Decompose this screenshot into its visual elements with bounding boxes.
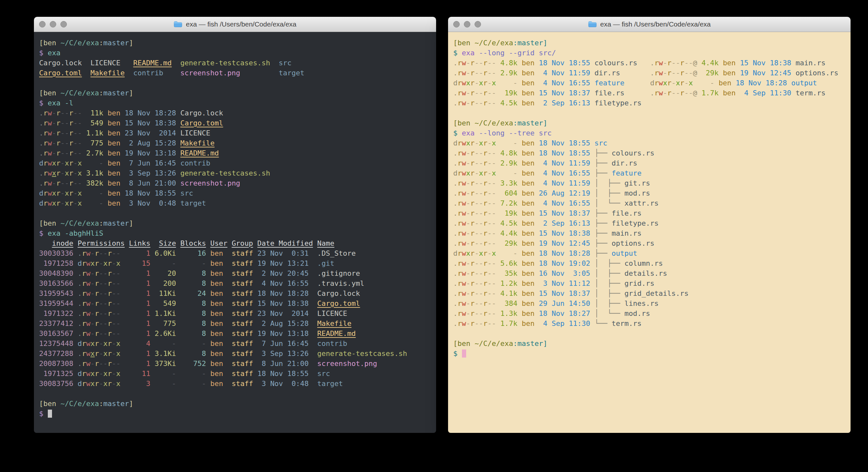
terminal-line (39, 389, 436, 399)
terminal-line: 23377412 .rw-r--r-- 1 775 8 ben staff 2 … (39, 319, 436, 328)
terminal-output-dark[interactable]: [ben ~/C/e/exa:master]$ exaCargo.lock LI… (34, 32, 436, 433)
window-controls (453, 21, 481, 28)
terminal-line: 30048390 .rw-r--r-- 1 20 8 ben staff 2 N… (39, 268, 436, 278)
terminal-line: .rw-r--r-- 35k ben 16 Nov 3:05 │ ├── det… (453, 268, 850, 278)
terminal-line: 12375448 drwxr-xr-x 4 - - ben staff 7 Ju… (39, 338, 436, 349)
terminal-line: .rw-r--r-- 4.5k ben 2 Sep 16:13 filetype… (453, 98, 850, 108)
terminal-line: 30083756 drwxr-xr-x 3 - - ben staff 3 No… (39, 379, 436, 389)
terminal-line: $ (453, 349, 850, 358)
terminal-line: 31959543 .rw-r--r-- 1 11Ki 24 ben staff … (39, 288, 436, 298)
terminal-line: .rw-r--r-- 4.8k ben 18 Nov 18:55 ├── col… (453, 148, 850, 158)
terminal-line: drwxr-xr-x - ben 18 Nov 18:55 src (453, 138, 850, 148)
terminal-output-light[interactable]: [ben ~/C/e/exa:master]$ exa --long --gri… (448, 32, 850, 433)
terminal-line: .rw-r--r-- 29k ben 19 Nov 12:45 ├── opti… (453, 238, 850, 248)
zoom-button[interactable] (60, 21, 67, 28)
terminal-window-light: exa — fish /Users/ben/Code/exa/exa [ben … (448, 17, 850, 433)
terminal-line (453, 328, 850, 338)
terminal-line: 30163566 .rw-r--r-- 1 200 8 ben staff 4 … (39, 278, 436, 288)
terminal-line: .rw-r--r-- 2.9k ben 4 Nov 11:59 ├── dir.… (453, 158, 850, 168)
terminal-line: .rw-r--r-- 3.3k ben 4 Nov 11:59 │ ├── gi… (453, 178, 850, 188)
terminal-line: .rw-r--r-- 5.6k ben 18 Nov 19:02 │ ├── c… (453, 258, 850, 268)
terminal-line: .rwxr-xr-x 3.1k ben 3 Sep 13:26 generate… (39, 168, 436, 178)
minimize-button[interactable] (464, 21, 470, 28)
terminal-line: $ exa -l (39, 98, 436, 108)
terminal-line: 30030336 .rw-r--r-- 1 6.0Ki 16 ben staff… (39, 248, 436, 258)
folder-icon (588, 21, 597, 28)
terminal-line: .rw-r--r-- 382k ben 8 Jun 21:00 screensh… (39, 178, 436, 188)
window-controls (39, 21, 67, 28)
terminal-line: drwxr-xr-x - ben 18 Nov 18:55 src (39, 188, 436, 198)
terminal-line: .rw-r--r-- 11k ben 18 Nov 18:28 Cargo.lo… (39, 108, 436, 118)
terminal-line: [ben ~/C/e/exa:master] (39, 38, 436, 48)
terminal-line: .rw-r--r-- 775 ben 2 Aug 15:28 Makefile (39, 138, 436, 148)
terminal-line: drwxr-xr-x - ben 7 Jun 16:45 contrib (39, 158, 436, 168)
terminal-line (453, 108, 850, 118)
terminal-line: [ben ~/C/e/exa:master] (39, 218, 436, 228)
terminal-line: .rw-r--r-- 2.7k ben 19 Nov 13:18 README.… (39, 148, 436, 158)
terminal-line (39, 78, 436, 88)
terminal-line: .rw-r--r-- 604 ben 26 Aug 12:19 │ ├── mo… (453, 188, 850, 198)
terminal-line: .rw-r--r-- 384 ben 29 Jun 14:50 │ ├── li… (453, 298, 850, 308)
terminal-line: 1971258 drwxr-xr-x 15 - - ben staff 19 N… (39, 258, 436, 268)
close-button[interactable] (39, 21, 45, 28)
terminal-line: 24377288 .rwxr-xr-x 1 3.1Ki 8 ben staff … (39, 349, 436, 358)
terminal-line: .rw-r--r-- 1.3k ben 18 Nov 18:27 │ └── m… (453, 308, 850, 319)
terminal-line: 1971325 drwxr-xr-x 11 - - ben staff 18 N… (39, 368, 436, 379)
terminal-line: [ben ~/C/e/exa:master] (39, 88, 436, 98)
terminal-line: $ exa --long --grid src/ (453, 48, 850, 58)
zoom-button[interactable] (474, 21, 481, 28)
terminal-line: $ exa --long --tree src (453, 128, 850, 138)
window-title: exa — fish /Users/ben/Code/exa/exa (186, 20, 296, 28)
terminal-line: 31959544 .rw-r--r-- 1 549 8 ben staff 15… (39, 298, 436, 308)
terminal-line (39, 208, 436, 218)
terminal-line: .rw-r--r-- 1.2k ben 3 Nov 11:12 │ ├── gr… (453, 278, 850, 288)
terminal-line: Cargo.toml Makefile contrib screenshot.p… (39, 68, 436, 78)
terminal-line: .rw-r--r-- 4.1k ben 15 Nov 18:37 │ ├── g… (453, 288, 850, 298)
terminal-line: drwxr-xr-x - ben 4 Nov 16:55 feature drw… (453, 78, 850, 88)
terminal-line: drwxr-xr-x - ben 3 Nov 0:48 target (39, 198, 436, 208)
terminal-line: drwxr-xr-x - ben 4 Nov 16:55 ├── feature (453, 168, 850, 178)
titlebar-right[interactable]: exa — fish /Users/ben/Code/exa/exa (448, 17, 850, 32)
terminal-line: $ exa (39, 48, 436, 58)
terminal-line: [ben ~/C/e/exa:master] (453, 338, 850, 349)
terminal-line: 30163567 .rw-r--r-- 1 2.6Ki 8 ben staff … (39, 328, 436, 338)
terminal-line: $ (39, 409, 436, 419)
terminal-line: .rw-r--r-- 549 ben 15 Nov 18:38 Cargo.to… (39, 118, 436, 128)
terminal-line: .rw-r--r-- 4.8k ben 18 Nov 18:55 colours… (453, 58, 850, 68)
terminal-line: .rw-r--r-- 7.2k ben 4 Nov 16:55 │ └── xa… (453, 198, 850, 208)
terminal-line: [ben ~/C/e/exa:master] (453, 38, 850, 48)
terminal-line: $ exa -abghHliS (39, 228, 436, 238)
terminal-line: Cargo.lock LICENCE README.md generate-te… (39, 58, 436, 68)
minimize-button[interactable] (50, 21, 56, 28)
terminal-line: 20087308 .rw-r--r-- 1 373Ki 752 ben staf… (39, 358, 436, 368)
titlebar-left[interactable]: exa — fish /Users/ben/Code/exa/exa (34, 17, 436, 32)
desktop: exa — fish /Users/ben/Code/exa/exa [ben … (0, 0, 868, 472)
close-button[interactable] (453, 21, 460, 28)
folder-icon (174, 21, 183, 28)
terminal-line: [ben ~/C/e/exa:master] (39, 399, 436, 409)
terminal-window-dark: exa — fish /Users/ben/Code/exa/exa [ben … (34, 17, 436, 433)
terminal-line: .rw-r--r-- 1.7k ben 4 Sep 11:30 └── term… (453, 319, 850, 328)
terminal-line: .rw-r--r-- 1.1k ben 23 Nov 2014 LICENCE (39, 128, 436, 138)
terminal-line: inode Permissions Links Size Blocks User… (39, 238, 436, 248)
terminal-line: .rw-r--r-- 19k ben 15 Nov 18:37 file.rs … (453, 88, 850, 98)
terminal-line: .rw-r--r-- 19k ben 15 Nov 18:37 ├── file… (453, 208, 850, 218)
terminal-line: 1971322 .rw-r--r-- 1 1.1Ki 8 ben staff 2… (39, 308, 436, 319)
terminal-line: .rw-r--r-- 2.9k ben 4 Nov 11:59 dir.rs .… (453, 68, 850, 78)
terminal-line: [ben ~/C/e/exa:master] (453, 118, 850, 128)
terminal-line: .rw-r--r-- 4.4k ben 15 Nov 18:38 ├── mai… (453, 228, 850, 238)
terminal-line: .rw-r--r-- 4.5k ben 2 Sep 16:13 ├── file… (453, 218, 850, 228)
window-title: exa — fish /Users/ben/Code/exa/exa (600, 20, 711, 28)
terminal-line: drwxr-xr-x - ben 18 Nov 18:28 ├── output (453, 248, 850, 258)
